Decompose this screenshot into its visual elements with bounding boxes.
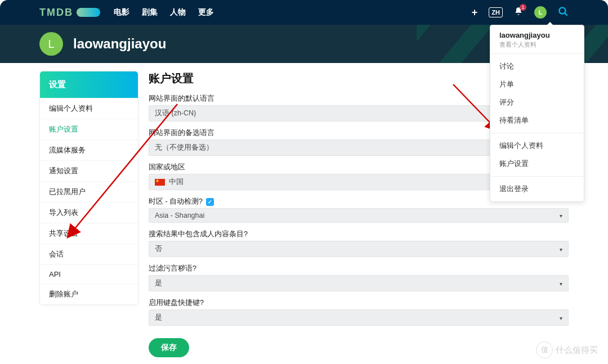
adult-content-select[interactable]: 否 — [149, 241, 569, 257]
sidebar-item-api[interactable]: API — [40, 264, 138, 284]
dropdown-edit-profile[interactable]: 编辑个人资料 — [490, 137, 584, 155]
dropdown-username: laowangjiayou — [499, 31, 575, 39]
sidebar-item-delete[interactable]: 删除账户 — [40, 284, 138, 304]
dropdown-lists[interactable]: 片单 — [490, 75, 584, 93]
user-dropdown: laowangjiayou 查看个人资料 讨论 片单 评分 待看清单 编辑个人资… — [490, 25, 584, 202]
profanity-value: 是 — [155, 278, 162, 288]
dropdown-discussions[interactable]: 讨论 — [490, 57, 584, 75]
default-language-value: 汉语 (zh-CN) — [155, 109, 196, 118]
timezone-label-text: 时区 - 自动检测? — [149, 197, 203, 206]
shortcuts-label: 启用键盘快捷键? — [149, 298, 569, 308]
country-value: 中国 — [169, 177, 184, 187]
add-icon[interactable]: + — [472, 7, 478, 19]
watermark: 值 什么值得买 — [536, 341, 598, 358]
profanity-select[interactable]: 是 — [149, 275, 569, 291]
save-button[interactable]: 保存 — [149, 338, 189, 357]
hero-username: laowangjiayou — [73, 36, 166, 52]
flag-cn-icon — [155, 179, 165, 186]
sidebar-item-sessions[interactable]: 会话 — [40, 244, 138, 264]
svg-line-1 — [565, 13, 567, 15]
watermark-icon: 值 — [536, 341, 553, 358]
dropdown-view-profile: 查看个人资料 — [499, 41, 575, 49]
nav-movies[interactable]: 电影 — [114, 7, 129, 17]
adult-content-value: 否 — [155, 244, 162, 254]
logo-text: TMDB — [39, 7, 73, 19]
dropdown-account-settings[interactable]: 账户设置 — [490, 155, 584, 173]
logo[interactable]: TMDB — [39, 7, 100, 19]
nav-more[interactable]: 更多 — [198, 7, 214, 17]
sidebar-heading: 设置 — [40, 71, 138, 98]
sidebar-item-import[interactable]: 导入列表 — [40, 202, 138, 223]
sidebar-item-sharing[interactable]: 共享设置 — [40, 223, 138, 244]
svg-point-0 — [559, 7, 565, 14]
profanity-label: 过滤污言秽语? — [149, 264, 569, 273]
dropdown-ratings[interactable]: 评分 — [490, 93, 584, 111]
shortcuts-value: 是 — [155, 313, 162, 322]
dropdown-header[interactable]: laowangjiayou 查看个人资料 — [490, 25, 584, 54]
adult-content-label: 搜索结果中包含成人内容条目? — [149, 230, 569, 239]
nav-people[interactable]: 人物 — [170, 7, 186, 17]
fallback-language-value: 无（不使用备选） — [155, 143, 213, 152]
dropdown-logout[interactable]: 退出登录 — [490, 180, 584, 198]
watermark-text: 什么值得买 — [556, 345, 598, 356]
search-icon[interactable] — [558, 6, 569, 19]
shortcuts-select[interactable]: 是 — [149, 309, 569, 326]
dropdown-watchlist[interactable]: 待看清单 — [490, 111, 584, 129]
sidebar-item-account-settings[interactable]: 账户设置 — [40, 119, 138, 140]
sidebar-item-notifications[interactable]: 通知设置 — [40, 160, 138, 181]
primary-nav: 电影 剧集 人物 更多 — [114, 7, 214, 17]
avatar-button[interactable]: L — [534, 6, 547, 19]
avatar-large: L — [39, 32, 63, 56]
top-nav-bar: TMDB 电影 剧集 人物 更多 + ZH 1 L — [0, 0, 608, 25]
notifications-button[interactable]: 1 — [514, 7, 523, 18]
language-button[interactable]: ZH — [489, 7, 503, 17]
settings-sidebar: 设置 编辑个人资料 账户设置 流媒体服务 通知设置 已拉黑用户 导入列表 共享设… — [39, 71, 138, 305]
notification-badge: 1 — [520, 4, 526, 11]
timezone-select[interactable]: Asia - Shanghai — [149, 208, 569, 223]
nav-tv[interactable]: 剧集 — [142, 7, 158, 17]
sidebar-item-streaming[interactable]: 流媒体服务 — [40, 140, 138, 160]
sidebar-item-edit-profile[interactable]: 编辑个人资料 — [40, 98, 138, 119]
timezone-value: Asia - Shanghai — [155, 212, 204, 219]
autodetect-checkbox-icon[interactable] — [206, 198, 214, 206]
logo-pill — [77, 8, 100, 17]
top-nav-right: + ZH 1 L — [472, 6, 569, 19]
sidebar-item-blocked[interactable]: 已拉黑用户 — [40, 181, 138, 202]
